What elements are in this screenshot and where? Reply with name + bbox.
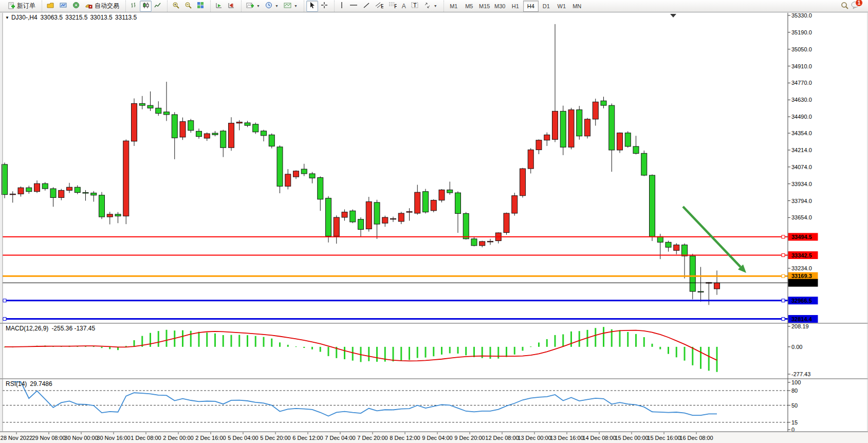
- zoom-out-icon: [184, 2, 192, 10]
- macd-histogram-bar: [708, 347, 710, 371]
- channel-tool-button[interactable]: E: [373, 1, 386, 12]
- time-tick-label: 30 Nov 16:00: [97, 435, 130, 441]
- bar-chart-button[interactable]: [128, 1, 140, 12]
- time-tick-label: 9 Dec 04:00: [422, 435, 452, 441]
- auto-scroll-icon: [215, 2, 223, 10]
- text-tool-button[interactable]: A: [399, 1, 409, 12]
- new-order-button[interactable]: 新订单: [5, 1, 38, 12]
- tile-windows-button[interactable]: [194, 1, 207, 12]
- line-handle[interactable]: [3, 299, 6, 302]
- time-tick-label: 5 Dec 04:00: [228, 435, 258, 441]
- timeframe-H1[interactable]: H1: [508, 1, 523, 12]
- macd-histogram-bar: [409, 347, 410, 360]
- timeframe-M30[interactable]: M30: [492, 1, 508, 12]
- macd-histogram-bar: [206, 333, 208, 347]
- time-tick-label: 29 Nov 08:00: [32, 435, 65, 441]
- zoom-in-button[interactable]: [170, 1, 182, 12]
- candle: [123, 141, 129, 216]
- macd-histogram-bar: [659, 347, 661, 349]
- macd-histogram-bar: [255, 336, 256, 347]
- macd-histogram-bar: [182, 330, 183, 347]
- macd-histogram-bar: [134, 340, 135, 347]
- macd-histogram-bar: [441, 347, 442, 355]
- notifications-button[interactable]: 1: [851, 1, 860, 11]
- time-tick-label: 1 Dec 08:00: [131, 435, 161, 441]
- symbol-collapse-icon[interactable]: ▼: [5, 15, 9, 20]
- candle: [674, 245, 679, 250]
- profiles-icon: [47, 2, 54, 10]
- line-handle[interactable]: [782, 254, 785, 257]
- time-tick-label: 13 Dec 16:00: [550, 435, 583, 441]
- macd-histogram-bar: [109, 347, 110, 349]
- fibonacci-tool-button[interactable]: F: [386, 1, 399, 12]
- candle: [641, 153, 647, 175]
- ohlc-low: 33013.5: [90, 14, 112, 21]
- timeframe-W1[interactable]: W1: [554, 1, 569, 12]
- chart-canvas[interactable]: 35330.035190.035050.034910.034770.034630…: [0, 0, 868, 443]
- vertical-line-tool-button[interactable]: [337, 1, 347, 12]
- horizontal-line-tool-button[interactable]: [347, 1, 360, 12]
- candlestick-chart-button[interactable]: [140, 1, 152, 12]
- macd-histogram-bar: [619, 330, 621, 347]
- templates-button[interactable]: ▼: [281, 1, 300, 12]
- search-button[interactable]: [838, 1, 851, 12]
- zoom-out-button[interactable]: [182, 1, 194, 12]
- candle: [374, 202, 380, 224]
- cursor-tool-button[interactable]: [306, 1, 318, 12]
- macd-histogram-bar: [570, 331, 572, 347]
- line-handle[interactable]: [3, 318, 6, 321]
- candle: [75, 187, 80, 192]
- macd-histogram-bar: [101, 347, 103, 348]
- candle: [50, 189, 56, 197]
- macd-histogram-bar: [668, 347, 669, 354]
- line-chart-button[interactable]: [152, 1, 163, 12]
- bar-chart-icon: [131, 2, 137, 10]
- timeframe-M15[interactable]: M15: [477, 1, 492, 12]
- text-label-tool-button[interactable]: T: [409, 1, 421, 12]
- line-handle[interactable]: [782, 318, 785, 321]
- candle: [650, 175, 655, 236]
- macd-histogram-bar: [603, 327, 604, 347]
- macd-histogram-bar: [296, 346, 297, 347]
- market-watch-button[interactable]: [57, 1, 70, 12]
- indicators-button[interactable]: ▼: [244, 1, 263, 12]
- periods-button[interactable]: ▼: [263, 1, 281, 12]
- crosshair-tool-button[interactable]: [318, 1, 330, 12]
- macd-histogram-bar: [530, 346, 531, 347]
- auto-trading-button[interactable]: 自动交易: [82, 1, 122, 12]
- candle: [293, 171, 299, 177]
- arrows-icon: [424, 2, 431, 10]
- timeframe-H4[interactable]: H4: [523, 1, 539, 12]
- macd-tick-label: 0.00: [791, 344, 802, 350]
- macd-histogram-bar: [271, 339, 272, 347]
- macd-values: -255.36 -137.45: [51, 325, 95, 332]
- arrows-tool-button[interactable]: ▼: [421, 1, 440, 12]
- timeframe-M1[interactable]: M1: [446, 1, 461, 12]
- candle: [285, 174, 291, 186]
- macd-histogram-bar: [214, 334, 216, 347]
- mt4-window: 新订单 自动交易 ▼ ▼ ▼: [0, 0, 868, 443]
- macd-histogram-bar: [506, 347, 507, 357]
- timeframe-MN[interactable]: MN: [569, 1, 585, 12]
- chart-shift-button[interactable]: [225, 1, 237, 12]
- candle: [99, 195, 105, 217]
- navigator-button[interactable]: [70, 1, 82, 12]
- auto-scroll-button[interactable]: [213, 1, 225, 12]
- timeframe-D1[interactable]: D1: [539, 1, 554, 12]
- chart-background: [3, 13, 787, 432]
- macd-histogram-bar: [198, 332, 200, 347]
- candle: [552, 111, 558, 139]
- line-handle[interactable]: [782, 274, 785, 278]
- profiles-button[interactable]: [44, 1, 57, 12]
- market-watch-icon: [60, 2, 67, 10]
- trendline-tool-button[interactable]: [360, 1, 373, 12]
- price-tick-label: 35330.0: [791, 12, 812, 19]
- candle: [18, 188, 24, 194]
- line-handle[interactable]: [782, 299, 785, 302]
- macd-histogram-bar: [223, 335, 224, 347]
- line-price-label: 32814.4: [791, 316, 812, 322]
- time-tick-label: 2 Dec 16:00: [195, 435, 226, 441]
- search-icon: [841, 2, 848, 11]
- line-handle[interactable]: [782, 235, 785, 238]
- timeframe-M5[interactable]: M5: [461, 1, 477, 12]
